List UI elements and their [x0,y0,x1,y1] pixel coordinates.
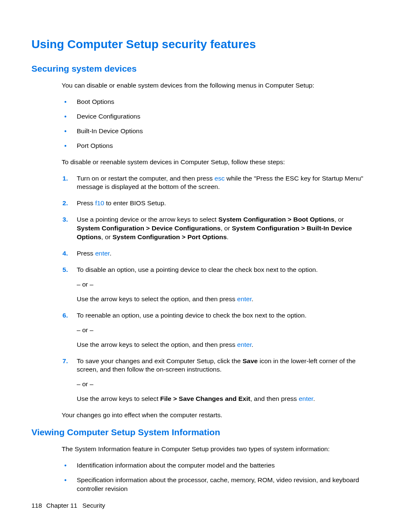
list-item: Device Configurations [62,112,369,121]
bold-text: System Configuration > Boot Options [218,216,335,223]
text: . [227,233,229,240]
text: , or [335,216,344,223]
bold-text: File > Save Changes and Exit [160,395,250,402]
section-heading-viewing: Viewing Computer Setup System Informatio… [31,427,369,437]
text: . [109,250,111,257]
intro-text: You can disable or enable system devices… [62,81,369,90]
text: , or [101,233,113,240]
or-divider: – or – [77,280,369,289]
step-item: Turn on or restart the computer, and the… [62,174,369,192]
section1-body: You can disable or enable system devices… [62,81,369,420]
menu-list: Boot Options Device Configurations Built… [62,98,369,150]
step-item: To disable an option, use a pointing dev… [62,266,369,304]
text: To disable an option, use a pointing dev… [77,266,318,273]
step-item: Use a pointing device or the arrow keys … [62,215,369,242]
text: Use the arrow keys to select File > Save… [77,395,369,403]
bold-text: Save [242,357,257,364]
bold-text: System Configuration > Device Configurat… [77,225,221,232]
text: Use the arrow keys to select the option,… [77,295,369,304]
bold-text: System Configuration > Port Options [112,233,227,240]
key-enter: enter [237,341,252,348]
list-item: Built-In Device Options [62,127,369,136]
steps-intro: To disable or reenable system devices in… [62,158,369,167]
text: to enter BIOS Setup. [104,199,166,207]
text: Use the arrow keys to select [77,395,160,402]
step-item: Press f10 to enter BIOS Setup. [62,199,369,208]
page-number: 118 [31,502,42,509]
text: Use the arrow keys to select the option,… [77,341,369,349]
chapter-title: Security [83,502,105,509]
text: Turn on or restart the computer, and the… [77,175,215,182]
page-title: Using Computer Setup security features [31,38,369,51]
section2-body: The System Information feature in Comput… [62,445,369,493]
text: Use a pointing device or the arrow keys … [77,216,218,223]
info-list: Identification information about the com… [62,461,369,493]
step-item: To reenable an option, use a pointing de… [62,311,369,349]
list-item: Port Options [62,142,369,150]
key-f10: f10 [95,199,104,207]
text: Press [77,250,95,257]
or-divider: – or – [77,326,369,335]
text: Use the arrow keys to select the option,… [77,341,237,348]
text: . [313,395,315,402]
document-page: Using Computer Setup security features S… [0,0,400,532]
outro-text: Your changes go into effect when the com… [62,411,369,420]
steps-list: Turn on or restart the computer, and the… [62,174,369,404]
intro-text: The System Information feature in Comput… [62,445,369,454]
step-item: Press enter. [62,249,369,258]
list-item: Identification information about the com… [62,461,369,470]
step-item: To save your changes and exit Computer S… [62,357,369,404]
text: Press [77,199,95,207]
text: Use the arrow keys to select the option,… [77,295,237,302]
or-divider: – or – [77,380,369,389]
text: To reenable an option, use a pointing de… [77,312,306,319]
section-heading-securing: Securing system devices [31,64,369,74]
text: To save your changes and exit Computer S… [77,357,242,364]
list-item: Boot Options [62,98,369,106]
text: . [252,341,253,348]
text: , or [221,225,232,232]
text: . [252,295,253,302]
list-item: Specification information about the proc… [62,476,369,493]
chapter-label: Chapter 11 [46,502,77,509]
text: , and then press [250,395,299,402]
key-enter: enter [299,395,313,402]
key-esc: esc [215,175,225,182]
key-enter: enter [237,295,252,302]
page-footer: 118 Chapter 11 Security [31,502,105,509]
key-enter: enter [95,250,109,257]
